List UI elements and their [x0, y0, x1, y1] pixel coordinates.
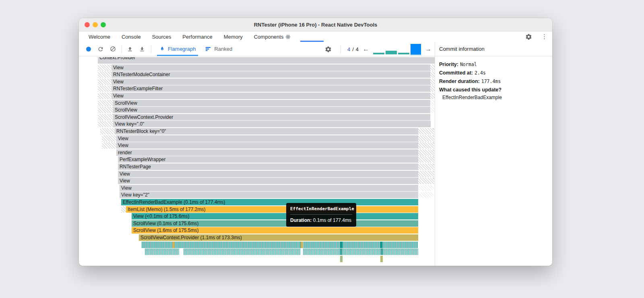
gear-icon[interactable] [524, 32, 533, 41]
zoom-window-button[interactable] [101, 22, 106, 27]
commit-bar-1[interactable] [373, 53, 384, 54]
prev-commit-arrow[interactable]: ← [362, 46, 370, 53]
flamegraph-chart: EffectInRenderBadExample Duration: 0.1ms… [79, 56, 435, 266]
flame-bar[interactable]: View [116, 135, 418, 142]
flame-bar[interactable]: RNTesterModuleContainer [111, 71, 430, 78]
commit-bar-3[interactable] [398, 53, 409, 54]
close-window-button[interactable] [85, 22, 90, 27]
tab-label: Components [254, 34, 284, 40]
tab-flamegraph[interactable]: Flamegraph [155, 42, 200, 56]
flame-bar-label: View (<0.1ms of 175.6ms) [133, 213, 190, 219]
commit-bar-2[interactable] [386, 51, 397, 54]
flame-row: View [79, 185, 435, 191]
flame-row: View key=".0" [79, 121, 435, 127]
tab-performance[interactable]: Performance [177, 31, 218, 42]
flame-row: View [79, 135, 435, 142]
flame-bar[interactable]: RNTesterBlock key="0" [115, 128, 418, 135]
flame-bar-label: ItemList (Memo) (1.5ms of 177.2ms) [128, 207, 205, 212]
desktop-background: RNTester (iPhone 16 Pro) - React Native … [0, 0, 644, 298]
traffic-lights [85, 22, 106, 27]
flame-bar[interactable]: View [116, 142, 418, 149]
toolbar-divider [151, 45, 151, 53]
flame-bar[interactable]: View [120, 185, 418, 191]
flame-bar[interactable]: ScrollViewContext.Provider (1.1ms of 173… [139, 234, 418, 241]
tab-bar: WelcomeConsoleSourcesPerformanceMemoryCo… [79, 31, 552, 42]
reload-icon[interactable] [96, 44, 105, 54]
flame-bar[interactable]: View [111, 79, 430, 85]
flame-bar[interactable]: PerfExampleWrapper [118, 156, 418, 163]
unrendered-hatch-left [98, 93, 111, 99]
upload-icon[interactable] [125, 44, 135, 54]
block-icon[interactable] [108, 44, 118, 54]
gear-icon[interactable] [324, 44, 333, 54]
flame-icon [159, 46, 165, 52]
tab-profiler[interactable] [296, 31, 328, 42]
flame-bar[interactable]: ScrollView (1.6ms of 175.5ms) [132, 227, 418, 234]
flame-bar-label: ScrollView (0.1ms of 175.6ms) [133, 221, 199, 226]
unrendered-hatch-right [418, 171, 434, 177]
flame-micro-bars[interactable] [145, 248, 418, 255]
flame-bar[interactable]: ScrollView [113, 100, 430, 106]
tab-console[interactable]: Console [116, 31, 147, 42]
unrendered-hatch-left [102, 142, 116, 149]
flame-bar-label: View [120, 171, 130, 177]
minimize-window-button[interactable] [93, 22, 98, 27]
unrendered-hatch-left [98, 121, 113, 127]
flame-bar[interactable]: RNTesterExampleFilter [111, 85, 430, 92]
flame-bar[interactable]: ScrollViewContext.Provider [113, 114, 430, 120]
tab-components[interactable]: Components [248, 31, 297, 42]
flame-bar[interactable]: View [111, 93, 430, 99]
unrendered-hatch-right [418, 142, 434, 149]
flame-row: ScrollViewContext.Provider (1.1ms of 173… [79, 234, 435, 241]
flame-bar[interactable]: ItemList (Memo) (1.5ms of 177.2ms) [126, 206, 418, 213]
flame-bar[interactable]: View [118, 178, 418, 184]
flame-bar[interactable]: ScrollView (0.1ms of 175.6ms) [132, 220, 418, 227]
next-commit-arrow[interactable]: → [424, 46, 432, 53]
unrendered-hatch-right [430, 79, 435, 85]
unrendered-hatch-right [418, 185, 434, 191]
flame-bar-label: RNTesterPage [120, 164, 151, 170]
tab-memory[interactable]: Memory [218, 31, 248, 42]
commit-current[interactable]: 4 [347, 46, 350, 52]
priority-line: Priority:Normal [439, 62, 548, 67]
flame-bar[interactable]: ScrollView [113, 107, 430, 113]
flame-row: ItemList (Memo) (1.5ms of 177.2ms) [79, 206, 435, 213]
flame-row: View [79, 178, 435, 184]
flame-bar-label: RNTesterBlock key="0" [116, 128, 166, 134]
unrendered-hatch-left [98, 71, 111, 78]
flame-row: RNTesterPage [79, 163, 435, 170]
flame-bar[interactable]: Context.Provider [98, 57, 435, 64]
unrendered-hatch-left [98, 100, 113, 106]
tab-ranked[interactable]: Ranked [200, 42, 237, 56]
tab-label: Console [122, 34, 141, 40]
record-icon[interactable] [84, 44, 93, 54]
commit-bars-chart[interactable] [373, 43, 421, 55]
flame-bar-label: ScrollView [115, 107, 137, 113]
tab-welcome[interactable]: Welcome [83, 31, 116, 42]
flame-micro-bars[interactable] [142, 242, 418, 248]
flame-bar[interactable]: render [116, 149, 418, 156]
flame-row: EffectInRenderBadExample (0.1ms of 177.4… [79, 199, 435, 205]
flame-marker-bar[interactable] [340, 256, 343, 262]
flame-row: RNTesterBlock key="0" [79, 128, 435, 135]
flame-bar[interactable]: View key=".0" [113, 121, 431, 127]
kebab-icon[interactable]: ⋮ [540, 33, 549, 40]
ranked-icon [205, 46, 211, 52]
flame-bar[interactable]: RNTesterPage [118, 163, 418, 170]
flame-row: View [79, 64, 435, 71]
flame-dense-row [79, 248, 435, 255]
flame-bar[interactable]: View [118, 171, 418, 177]
flame-bar-label: View [113, 93, 124, 99]
flame-row: ScrollView [79, 107, 435, 113]
tab-sources[interactable]: Sources [147, 31, 177, 42]
flame-bar[interactable]: EffectInRenderBadExample (0.1ms of 177.4… [121, 199, 418, 205]
download-icon[interactable] [137, 44, 147, 54]
flame-bar[interactable]: View key="2" [120, 192, 418, 198]
flame-bar-label: EffectInRenderBadExample (0.1ms of 177.4… [123, 199, 225, 205]
flame-bar[interactable]: View (<0.1ms of 175.6ms) [132, 213, 418, 219]
commit-bar-4[interactable] [411, 44, 421, 54]
flame-marker-bar[interactable] [380, 256, 383, 262]
flame-bar[interactable]: View [111, 64, 430, 71]
flame-row: View [79, 93, 435, 99]
update-cause-value[interactable]: EffectInRenderBadExample [439, 95, 548, 100]
